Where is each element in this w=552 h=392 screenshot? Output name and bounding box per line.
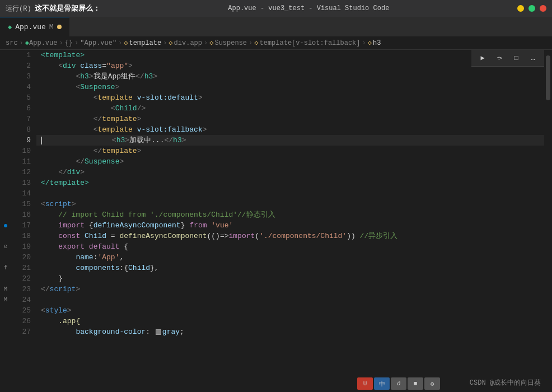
run-menu[interactable]: 运行(R) — [6, 4, 31, 13]
token-blue: style — [45, 305, 67, 316]
token-bracket: > — [72, 199, 76, 209]
token-bracket: > — [119, 156, 124, 167]
ime-icon-u[interactable]: U — [357, 377, 373, 390]
token-bracket: > — [203, 124, 207, 135]
line-number-17: 17 — [11, 220, 31, 231]
token-text: 我是App组件 — [93, 71, 135, 82]
ime-icon-keyboard[interactable]: ■ — [408, 377, 423, 390]
tab-modified: M — [49, 23, 54, 31]
line-number-24: 24 — [11, 295, 31, 305]
line-number-7: 7 — [11, 114, 31, 124]
token-eq: = — [102, 60, 106, 71]
token-text — [41, 146, 93, 156]
token-bracket: < — [112, 135, 116, 146]
token-text — [41, 252, 76, 263]
token-bracket: </ — [41, 284, 50, 295]
ime-bar: U 中 ∂ ■ ⚙ — [357, 375, 440, 392]
token-yellow: template — [97, 92, 132, 103]
step-button[interactable]: ⤼ — [493, 52, 506, 64]
token-text: ; — [180, 326, 184, 337]
line-number-18: 18 — [11, 231, 31, 241]
code-line-6: <Child/> — [36, 103, 544, 114]
token-blue: script — [50, 284, 76, 295]
line-number-22: 22 — [11, 273, 31, 284]
vue-file-icon: ◆ — [8, 23, 12, 31]
breadcrumb-suspense[interactable]: Suspense — [214, 39, 247, 47]
line-number-25: 25 — [11, 305, 31, 316]
breadcrumb-appvue[interactable]: App.vue — [29, 39, 57, 47]
breadcrumb-src[interactable]: src — [6, 39, 18, 47]
token-text — [41, 124, 93, 135]
minimize-button[interactable] — [517, 5, 524, 12]
color-preview — [156, 329, 161, 335]
token-text — [41, 209, 58, 220]
line-number-14: 14 — [11, 188, 31, 199]
code-line-27: background-color: gray; — [36, 326, 544, 337]
editor-container: ▶ ⤼ □ … e f M M 12345678910111213 — [0, 50, 552, 392]
token-text: } — [41, 273, 63, 284]
ime-icon-settings[interactable]: ⚙ — [424, 377, 440, 390]
token-string: 'App' — [97, 252, 119, 263]
token-var: Child — [128, 263, 150, 273]
run-button[interactable]: ▶ — [476, 52, 489, 64]
token-keyword: from — [189, 220, 207, 231]
token-text: (()=> — [207, 231, 229, 241]
scrollbar-thumb[interactable] — [546, 55, 550, 100]
breadcrumb-applabel[interactable]: "App.vue" — [80, 39, 116, 47]
token-text — [41, 231, 58, 241]
code-line-4: <Suspense> — [36, 82, 544, 92]
breadcrumb-template[interactable]: template — [129, 39, 162, 47]
token-bracket: > — [128, 60, 133, 71]
token-bracket: </ — [93, 146, 102, 156]
token-text — [41, 326, 76, 337]
line-number-8: 8 — [11, 124, 31, 135]
token-bracket: </ — [135, 71, 144, 82]
token-text: { — [85, 220, 93, 231]
code-area[interactable]: <template> <div class="app"> <h3>我是App组件… — [36, 50, 544, 392]
mini-toolbar: ▶ ⤼ □ … — [471, 50, 544, 67]
token-text — [41, 316, 58, 326]
token-text — [41, 103, 111, 114]
token-text — [80, 231, 85, 241]
more-button[interactable]: … — [526, 52, 540, 64]
watermark: CSDN @成长中的向日葵 — [470, 378, 541, 388]
token-string: "app" — [106, 60, 128, 71]
token-attr: class — [80, 60, 102, 71]
token-blue: script — [45, 199, 72, 209]
ime-icon-partial[interactable]: ∂ — [391, 377, 406, 390]
token-bracket: </ — [93, 114, 102, 124]
line-number-12: 12 — [11, 167, 31, 178]
window-title: App.vue - vue3_test - Visual Studio Code — [100, 4, 517, 12]
code-line-19: export default { — [36, 241, 544, 252]
token-func: defineAsyncComponent — [119, 231, 207, 241]
breadcrumb-divapp[interactable]: div.app — [174, 39, 202, 47]
breadcrumb-template-fallback[interactable]: template[v-slot:fallback] — [259, 39, 360, 47]
line-number-3: 3 — [11, 71, 31, 82]
token-tag: h3 — [173, 135, 182, 146]
code-line-3: <h3>我是App组件</h3> — [36, 71, 544, 82]
code-line-23: </script> — [36, 284, 544, 295]
token-text — [85, 241, 89, 252]
token-keyword: export — [58, 241, 85, 252]
token-bracket: > — [89, 71, 93, 82]
code-line-24 — [36, 295, 544, 305]
breadcrumb-h3[interactable]: h3 — [373, 39, 381, 47]
tab-app-vue[interactable]: ◆ App.vue M — [0, 17, 69, 36]
token-bracket: < — [76, 82, 80, 92]
maximize-button[interactable] — [528, 5, 535, 12]
token-tag: h3 — [80, 71, 89, 82]
token-text — [207, 220, 212, 231]
token-text — [41, 92, 93, 103]
code-line-9: <h3>加载中...</h3> — [36, 135, 544, 146]
breadcrumb-bar: src › ◆ App.vue › {} › "App.vue" › ◇ tem… — [0, 36, 552, 50]
token-bracket: < — [41, 305, 45, 316]
token-text: 加载中... — [129, 135, 164, 146]
scrollbar[interactable] — [544, 50, 552, 392]
token-tag: Suspense — [85, 156, 119, 167]
code-line-21: components:{Child}, — [36, 263, 544, 273]
token-bracket: > — [125, 135, 129, 146]
ime-icon-zhong[interactable]: 中 — [374, 377, 390, 390]
stop-button[interactable]: □ — [509, 52, 523, 64]
close-button[interactable] — [540, 5, 546, 12]
breadcrumb-obj[interactable]: {} — [65, 39, 73, 47]
